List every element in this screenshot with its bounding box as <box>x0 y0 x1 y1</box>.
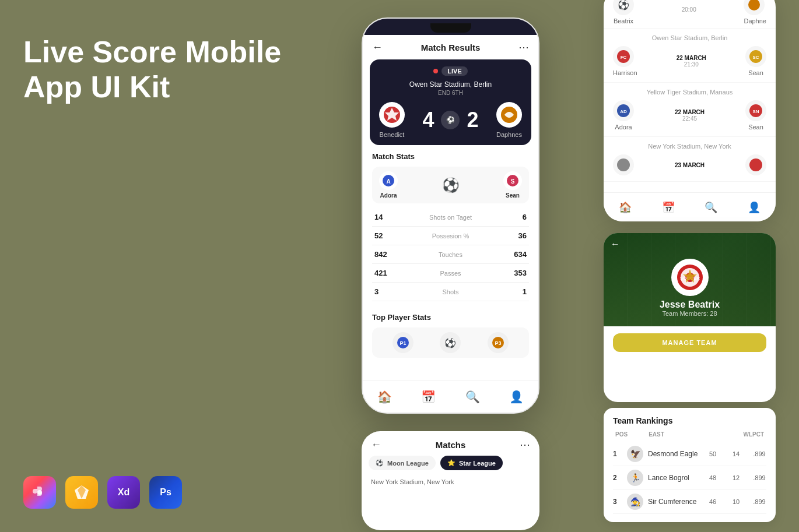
player-logo-1: P1 <box>393 332 413 353</box>
moon-league-icon: ⚽ <box>376 459 384 467</box>
rankings-section: Team Rankings POS EAST W L PCT 1 🦅 Desmo… <box>604 408 776 522</box>
stat-right-4: 1 <box>503 287 527 296</box>
rank-w-1: 48 <box>706 474 720 481</box>
top-player-stats-section: Top Player Stats P1 ⚽ P3 <box>363 308 538 362</box>
prev-match-row: ⚽ Beatrix 20:00 Daphne <box>604 0 776 29</box>
match-item-0: Owen Star Stadium, Berlin FC Harrison 22… <box>604 29 776 83</box>
match-row-0: FC Harrison 22 MARCH 21:30 SC Sean <box>613 46 766 76</box>
bottom-phone: ← Matchs ⋯ ⚽ Moon League ⭐ Star League N… <box>362 431 539 530</box>
prev-time-info: 20:00 <box>682 6 696 13</box>
match-time-1: 22:45 <box>675 115 705 122</box>
svg-text:P1: P1 <box>400 340 406 346</box>
match-info-1: 22 MARCH 22:45 <box>675 109 705 122</box>
score-divider: ⚽ <box>441 111 460 129</box>
rank-l-2: 10 <box>729 498 743 505</box>
manage-team-button[interactable]: MANAGE TEAM <box>613 333 766 352</box>
stat-left-2: 842 <box>374 250 398 259</box>
sketch-icon[interactable] <box>65 476 98 509</box>
sean-logo-1: SN <box>745 100 766 121</box>
sean-name-0: Sean <box>745 69 766 76</box>
rank-pos-2: 3 <box>613 498 622 506</box>
star-league-tab[interactable]: ⭐ Star League <box>440 456 503 470</box>
main-phone: ← Match Results ⋯ LIVE Owen Star Stadium… <box>362 17 539 414</box>
stat-left-4: 3 <box>374 287 398 296</box>
harrison-name: Harrison <box>613 69 637 76</box>
match-row-1: AD Adora 22 MARCH 22:45 SN Sean <box>613 100 766 131</box>
ranking-row-1: 2 🏃 Lance Bogrol 48 12 .899 <box>613 466 766 490</box>
svg-text:FC: FC <box>621 55 627 60</box>
stats-rows: 14 Shots on Taget 6 52 Possesion % 36 84… <box>372 208 529 301</box>
rank-pct-2: .899 <box>752 498 766 505</box>
harrison-col: FC Harrison <box>613 46 637 76</box>
match-stats-section: Match Stats A Adora ⚽ S <box>363 145 538 308</box>
stats-left-logo: A <box>379 171 398 190</box>
nav-calendar[interactable]: 📅 <box>421 390 436 404</box>
xd-icon[interactable]: Xd <box>107 476 140 509</box>
rankings-col-pct: PCT <box>752 431 764 438</box>
ps-icon[interactable]: Ps <box>149 476 182 509</box>
svg-point-24 <box>749 158 762 171</box>
stadium-2: New York Stadium, New York <box>613 143 766 150</box>
matches-back[interactable]: ← <box>371 439 381 451</box>
rank-pos-0: 1 <box>613 450 622 458</box>
star-league-label: Star League <box>459 460 496 467</box>
stats-right-team: S Sean <box>503 171 522 199</box>
rank-pct-0: .899 <box>752 450 766 457</box>
away-team-logo <box>496 102 522 128</box>
sean-name-1: Sean <box>745 124 766 131</box>
stat-row-1: 52 Possesion % 36 <box>372 227 529 245</box>
nav-home[interactable]: 🏠 <box>377 390 392 404</box>
back-button[interactable]: ← <box>372 41 383 54</box>
live-indicator <box>433 69 438 73</box>
stat-right-2: 634 <box>503 250 527 259</box>
away-team-name: Daphnes <box>496 131 522 138</box>
right-nav-search[interactable]: 🔍 <box>705 201 717 214</box>
right-nav-profile[interactable]: 👤 <box>748 201 761 214</box>
stats-right-name: Sean <box>506 192 520 199</box>
player-header: P1 ⚽ P3 <box>372 327 529 358</box>
right-nav-home[interactable]: 🏠 <box>619 201 632 214</box>
match-time-0: 21:30 <box>677 61 706 68</box>
live-badge: LIVE <box>379 66 522 76</box>
stat-right-1: 36 <box>503 231 527 240</box>
more-button[interactable]: ⋯ <box>518 41 529 54</box>
stadium-0: Owen Star Stadium, Berlin <box>613 34 766 41</box>
rank-l-0: 14 <box>729 450 743 457</box>
rankings-col-w: W <box>743 431 748 438</box>
stat-right-0: 6 <box>503 213 527 221</box>
live-stadium: Owen Star Stadium, Berlin <box>379 80 522 89</box>
stat-row-3: 421 Passes 353 <box>372 264 529 283</box>
home-team-logo <box>379 102 405 128</box>
match-date-0: 22 MARCH <box>677 55 706 61</box>
rank-l-1: 12 <box>729 474 743 481</box>
live-label: LIVE <box>441 66 467 76</box>
matches-more[interactable]: ⋯ <box>520 438 530 451</box>
ny-right-logo <box>745 154 766 175</box>
svg-text:P3: P3 <box>495 340 502 346</box>
adora-col: AD Adora <box>613 100 634 131</box>
rankings-title: Team Rankings <box>613 416 766 425</box>
stat-label-2: Touches <box>398 251 503 258</box>
stats-left-name: Adora <box>380 192 397 199</box>
stats-right-logo: S <box>503 171 522 190</box>
rankings-col-pos: POS <box>615 431 628 438</box>
moon-league-tab[interactable]: ⚽ Moon League <box>369 456 436 470</box>
figma-icon[interactable] <box>23 476 56 509</box>
matches-title: Matchs <box>436 440 466 450</box>
player-logo-3: P3 <box>488 332 509 353</box>
ranking-row-2: 3 🧙 Sir Cumference 46 10 .899 <box>613 490 766 514</box>
stat-label-0: Shots on Taget <box>398 214 503 221</box>
nav-profile[interactable]: 👤 <box>509 390 524 404</box>
tool-icons-row: Xd Ps <box>23 476 182 509</box>
team-back-button[interactable]: ← <box>611 239 620 249</box>
home-score: 4 <box>422 108 434 132</box>
stats-left-team: A Adora <box>379 171 398 199</box>
stat-row-0: 14 Shots on Taget 6 <box>372 208 529 227</box>
stat-left-0: 14 <box>374 213 398 221</box>
right-nav-calendar[interactable]: 📅 <box>662 201 675 214</box>
nav-search[interactable]: 🔍 <box>465 390 480 404</box>
sean-logo-0: SC <box>745 46 766 67</box>
live-match-card: LIVE Owen Star Stadium, Berlin END 6TH B… <box>370 59 531 145</box>
home-team: Benedict <box>379 102 405 138</box>
home-team-name: Benedict <box>380 131 405 138</box>
